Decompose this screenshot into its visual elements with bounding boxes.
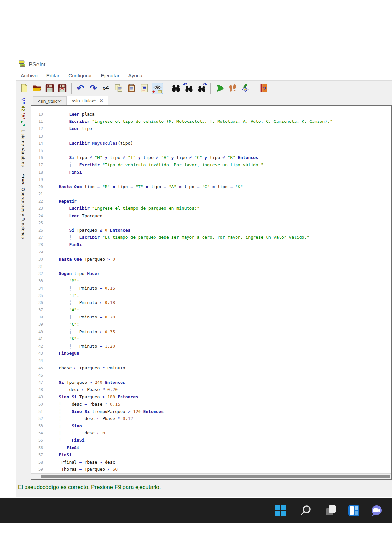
line-number: 54	[31, 430, 43, 437]
line-number: 33	[31, 277, 43, 285]
line-number: 16	[31, 154, 43, 161]
line-number: 12	[31, 125, 43, 132]
menu-configurar[interactable]: Configurar	[68, 73, 92, 79]
paste-icon[interactable]	[126, 83, 137, 94]
line-number: 25	[31, 220, 43, 227]
step-icon[interactable]	[227, 83, 238, 94]
line-number: 50	[31, 401, 43, 408]
line-number: 34	[31, 285, 43, 292]
line-number: 11	[31, 118, 43, 125]
sidebar-tab-lista-de-variables[interactable]: VF 42 'A' ¿? Lista de Variables	[21, 98, 25, 167]
line-number: 41	[31, 335, 43, 343]
toolbar-separator	[167, 83, 167, 94]
code-line: 13	[31, 133, 391, 140]
line-number: 46	[31, 372, 43, 379]
horizontal-scrollbar[interactable]	[31, 473, 391, 479]
flowchart-icon[interactable]	[240, 83, 251, 94]
editor-tab-2[interactable]: <sin_titulo>*✕	[67, 96, 108, 105]
find-prev-icon[interactable]: ↶	[183, 83, 194, 94]
code-line: 12 Leer tipo	[31, 125, 391, 132]
open-folder-icon[interactable]	[31, 83, 42, 94]
line-number: 43	[31, 350, 43, 357]
sidebar-tab-operadores-y-funciones[interactable]: *+=< Operadores y Funciones	[21, 174, 25, 239]
search-icon[interactable]	[300, 504, 313, 517]
code-line: 38 ┊ Pminuto ← 0.20	[31, 314, 391, 321]
run-icon[interactable]	[214, 83, 225, 94]
code-editor[interactable]: 10 Leer placa11 Escribir "Ingrese el tip…	[31, 105, 392, 480]
line-number: 44	[31, 357, 43, 364]
code-line: 14 Escribir Mayusculas(tipo)	[31, 140, 391, 147]
save-icon[interactable]	[44, 83, 55, 94]
find-icon[interactable]	[171, 83, 181, 94]
code-line: 58 Pfinal ← Pbase - desc	[31, 459, 391, 466]
svg-text:?: ?	[263, 86, 266, 91]
code-line: 15	[31, 147, 391, 154]
undo-icon[interactable]: ↶	[75, 83, 86, 94]
redo-icon[interactable]: ↷	[88, 83, 99, 94]
line-number: 26	[31, 227, 43, 234]
menu-ejecutar[interactable]: Ejecutar	[101, 73, 120, 79]
line-number: 47	[31, 379, 43, 386]
new-file-icon[interactable]	[19, 83, 29, 94]
status-message: El pseudocódigo es correcto. Presione F9…	[18, 484, 161, 491]
code-line: 52 ┊ ┊ desc ← Pbase * 0.12	[31, 415, 391, 422]
line-number: 35	[31, 292, 43, 299]
help-icon[interactable]: ?	[258, 83, 269, 94]
menu-ayuda[interactable]: Ayuda	[128, 73, 142, 79]
line-number: 22	[31, 198, 43, 205]
syntax-eye-icon[interactable]: +	[152, 83, 163, 94]
toolbar-separator	[210, 83, 211, 94]
line-number: 14	[31, 140, 43, 147]
code-line: 42 ┊ Pminuto ← 1.20	[31, 343, 391, 350]
widgets-icon[interactable]	[347, 504, 360, 517]
toolbar-separator	[71, 83, 72, 94]
task-view-icon[interactable]	[324, 504, 337, 517]
code-line: 28 FinSi	[31, 241, 391, 248]
cut-icon[interactable]: ✂	[101, 83, 111, 94]
line-number: 32	[31, 270, 43, 277]
code-line: 39 "C":	[31, 321, 391, 328]
code-line: 35 "T":	[31, 292, 391, 299]
line-number: 45	[31, 365, 43, 372]
code-line: 16 Si tipo ≠ "M" y tipo ≠ "T" y tipo ≠ "…	[31, 154, 391, 161]
tab-label: <sin_titulo>*	[38, 99, 62, 104]
format-icon[interactable]	[139, 83, 150, 94]
line-number: 30	[31, 256, 43, 263]
code-line: 33 "M":	[31, 277, 391, 285]
tabbar: <sin_titulo>*<sin_titulo>*✕	[33, 96, 108, 105]
code-line: 56 FinSi	[31, 444, 391, 451]
menu-editar[interactable]: Editar	[46, 73, 60, 79]
line-number: 21	[31, 190, 43, 198]
line-number: 36	[31, 299, 43, 306]
code-line: 25	[31, 220, 391, 227]
taskbar	[0, 498, 392, 523]
scrollbar-thumb[interactable]	[41, 475, 390, 478]
chat-icon[interactable]	[370, 504, 383, 517]
code-line: 19	[31, 176, 391, 183]
code-line: 22 Repetir	[31, 198, 391, 205]
code-line: 20 Hasta Que tipo = "M" o tipo = "T" o t…	[31, 183, 391, 190]
line-number: 20	[31, 183, 43, 190]
save-all-icon[interactable]	[57, 83, 68, 94]
line-number: 55	[31, 437, 43, 444]
find-next-icon[interactable]: ↷	[196, 83, 207, 94]
code-line: 36 ┊ Pminuto ← 0.18	[31, 299, 391, 306]
editor-tab-1[interactable]: <sin_titulo>*	[33, 96, 67, 105]
tab-close-icon[interactable]: ✕	[100, 98, 103, 103]
copy-icon[interactable]	[113, 83, 124, 94]
line-number: 48	[31, 386, 43, 393]
line-number: 31	[31, 263, 43, 270]
line-number: 53	[31, 422, 43, 430]
code-line: 21	[31, 190, 391, 198]
sidebar-tab-label: Operadores y Funciones	[21, 188, 25, 239]
code-lines: 10 Leer placa11 Escribir "Ingrese el tip…	[31, 106, 391, 474]
line-number: 52	[31, 415, 43, 422]
menu-archivo[interactable]: Archivo	[21, 73, 38, 79]
code-line: 37 "A":	[31, 306, 391, 314]
code-line: 43 FinSegun	[31, 350, 391, 357]
line-number: 17	[31, 161, 43, 169]
line-number: 51	[31, 408, 43, 415]
line-number: 19	[31, 176, 43, 183]
start-button[interactable]	[274, 504, 287, 517]
line-number: 29	[31, 249, 43, 256]
